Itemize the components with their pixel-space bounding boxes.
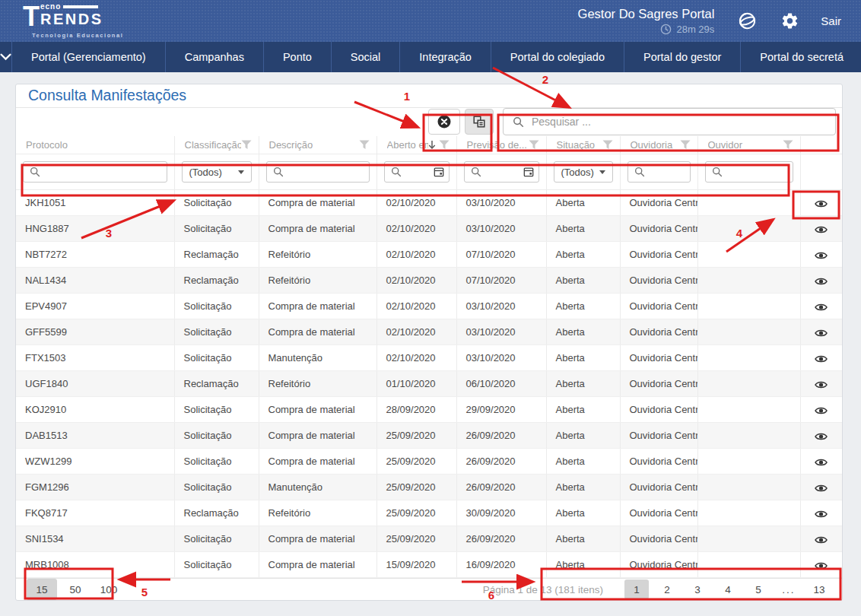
view-row-button[interactable] xyxy=(815,251,828,260)
view-row-button[interactable] xyxy=(815,329,828,338)
view-row-button[interactable] xyxy=(815,303,828,312)
nav-item-4[interactable]: Integração xyxy=(399,42,491,72)
portal-info: Gestor Do Sagres Portal 28m 29s xyxy=(578,7,715,35)
calendar-icon[interactable] xyxy=(523,167,534,177)
page-button-1[interactable]: 1 xyxy=(624,579,649,599)
view-row-button[interactable] xyxy=(815,510,828,519)
copy-export-button[interactable] xyxy=(465,109,494,135)
row-actions-cell xyxy=(800,268,842,294)
global-search-box xyxy=(503,108,836,135)
logo-subtitle: Tecnologia Educacional xyxy=(32,33,124,39)
cell-classificacao: Reclamação xyxy=(174,500,259,526)
page-title: Consulta Manifestações xyxy=(16,84,842,108)
page-button-13[interactable]: 13 xyxy=(807,579,831,599)
column-header-actions xyxy=(800,136,842,154)
filter-cell-previsao_de xyxy=(456,154,546,190)
filter-cell-ouvidoria xyxy=(620,154,697,190)
aberto_em-filter-input[interactable] xyxy=(406,166,434,179)
eye-icon xyxy=(815,251,828,260)
view-row-button[interactable] xyxy=(815,535,828,545)
page-size-100[interactable]: 100 xyxy=(94,579,124,600)
column-header-protocolo[interactable]: Protocolo xyxy=(16,136,174,154)
cell-descricao: Compra de material xyxy=(259,423,376,449)
nav-item-5[interactable]: Portal do colegiado xyxy=(491,42,624,72)
view-row-button[interactable] xyxy=(815,484,828,493)
filter-cell-aberto_em xyxy=(376,154,456,190)
column-header-situacao[interactable]: Situação xyxy=(546,136,620,154)
cell-ouvidor xyxy=(697,500,800,526)
page-button-4[interactable]: 4 xyxy=(716,579,740,599)
cell-situacao: Aberta xyxy=(546,268,620,294)
page-size-selector: 1550100 xyxy=(27,579,124,600)
view-row-button[interactable] xyxy=(815,354,828,364)
column-header-descricao[interactable]: Descrição xyxy=(259,136,376,154)
logout-button[interactable]: Sair xyxy=(821,14,841,27)
ouvidor-filter-input[interactable] xyxy=(727,166,788,179)
view-row-button[interactable] xyxy=(815,406,828,415)
column-header-aberto_em[interactable]: Aberto em xyxy=(376,136,456,154)
classificacao-filter-select[interactable]: (Todos) xyxy=(182,161,252,183)
cell-protocolo: FKQ8717 xyxy=(16,500,174,526)
search-icon xyxy=(30,167,40,177)
cell-situacao: Aberta xyxy=(546,449,620,475)
descricao-filter-input[interactable] xyxy=(288,166,364,179)
filter-cell-ouvidor xyxy=(697,154,800,190)
cell-protocolo: SNI1534 xyxy=(16,526,174,552)
nav-item-7[interactable]: Portal do secretá xyxy=(740,42,861,72)
column-label: Ouvidoria xyxy=(631,139,680,151)
view-row-button[interactable] xyxy=(815,458,828,467)
cell-descricao: Compra de material xyxy=(259,449,376,475)
view-row-button[interactable] xyxy=(815,199,828,208)
row-actions-cell xyxy=(800,423,842,449)
situacao-filter-select[interactable]: (Todos) xyxy=(554,161,613,183)
nav-item-2[interactable]: Ponto xyxy=(263,42,331,72)
column-label: Classificação xyxy=(185,139,241,151)
view-row-button[interactable] xyxy=(815,225,828,234)
cell-situacao: Aberta xyxy=(546,552,620,578)
view-row-button[interactable] xyxy=(815,277,828,286)
page-size-50[interactable]: 50 xyxy=(60,579,91,600)
clear-filters-button[interactable] xyxy=(428,109,460,135)
main-nav-bar: Portal (Gerenciamento)CampanhasPontoSoci… xyxy=(0,42,861,72)
page-size-15[interactable]: 15 xyxy=(27,579,57,600)
nav-item-3[interactable]: Social xyxy=(331,42,400,72)
filter-cell-classificacao: (Todos) xyxy=(174,154,259,190)
cell-ouvidor xyxy=(697,216,800,242)
pager-info: Página 1 de 13 (181 itens) xyxy=(483,584,603,595)
cell-protocolo: DAB1513 xyxy=(16,423,174,449)
cell-situacao: Aberta xyxy=(546,371,620,397)
nav-item-1[interactable]: Campanhas xyxy=(165,42,263,72)
calendar-icon[interactable] xyxy=(434,167,444,177)
protocolo-filter-input[interactable] xyxy=(45,166,162,179)
nav-menu-toggle[interactable] xyxy=(0,42,11,72)
page-button-3[interactable]: 3 xyxy=(685,579,710,599)
page-button-2[interactable]: 2 xyxy=(655,579,679,599)
column-header-ouvidoria[interactable]: Ouvidoria xyxy=(620,136,697,154)
nav-item-6[interactable]: Portal do gestor xyxy=(624,42,740,72)
cell-descricao: Refeitório xyxy=(259,500,376,526)
cell-previsao_de: 03/10/2020 xyxy=(456,294,546,319)
cell-classificacao: Solicitação xyxy=(174,294,259,319)
previsao_de-filter-input[interactable] xyxy=(486,166,523,179)
nav-item-0[interactable]: Portal (Gerenciamento) xyxy=(11,42,165,72)
language-globe-button[interactable] xyxy=(737,11,758,31)
cell-situacao: Aberta xyxy=(546,423,620,449)
cell-ouvidor xyxy=(697,423,800,449)
view-row-button[interactable] xyxy=(815,561,828,570)
cell-protocolo: FTX1503 xyxy=(16,345,174,371)
column-header-classificacao[interactable]: Classificação xyxy=(174,136,259,154)
search-icon xyxy=(513,116,524,128)
view-row-button[interactable] xyxy=(815,432,828,441)
column-header-ouvidor[interactable]: Ouvidor xyxy=(697,136,800,154)
column-header-previsao_de[interactable]: Previsão de... xyxy=(456,136,546,154)
row-actions-cell xyxy=(800,475,842,500)
ouvidoria-filter-input[interactable] xyxy=(650,166,685,179)
cell-ouvidor xyxy=(697,294,800,319)
global-search-input[interactable] xyxy=(530,110,835,134)
protocolo-filter xyxy=(23,161,167,183)
eye-icon xyxy=(815,406,828,415)
page-button-5[interactable]: 5 xyxy=(746,579,770,599)
caret-down-icon xyxy=(599,170,605,174)
settings-button[interactable] xyxy=(780,11,799,30)
view-row-button[interactable] xyxy=(815,380,828,389)
